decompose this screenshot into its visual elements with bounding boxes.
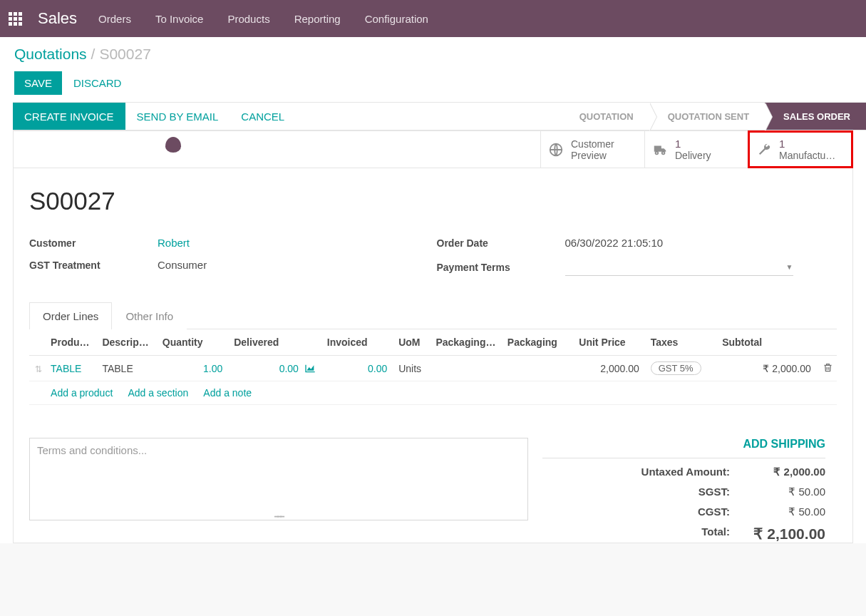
statbox-label: Preview — [571, 150, 614, 161]
total-value: ₹ 2,100.00 — [747, 525, 825, 543]
statbox-label: Delivery — [675, 150, 711, 161]
add-section-link[interactable]: Add a section — [128, 387, 188, 399]
nav-configuration[interactable]: Configuration — [365, 13, 428, 25]
breadcrumb-parent[interactable]: Quotations — [14, 46, 87, 63]
cell-taxes[interactable]: GST 5% — [645, 356, 716, 381]
tax-pill: GST 5% — [651, 361, 701, 375]
order-date-value[interactable]: 06/30/2022 21:05:10 — [565, 237, 664, 249]
customer-label: Customer — [29, 237, 158, 249]
col-subtotal[interactable]: Subtotal — [716, 329, 817, 356]
statbox-delivery[interactable]: 1 Delivery — [644, 131, 748, 168]
cell-packaging-qty[interactable] — [430, 356, 501, 381]
col-uom[interactable]: UoM — [393, 329, 430, 356]
col-description[interactable]: Descripti… — [96, 329, 156, 356]
nav-products[interactable]: Products — [227, 13, 269, 25]
gst-treatment-value[interactable]: Consumer — [158, 259, 207, 271]
breadcrumb: Quotations / S00027 — [0, 37, 866, 67]
save-button[interactable]: SAVE — [14, 71, 62, 95]
col-packaging-qty[interactable]: Packaging … — [430, 329, 501, 356]
trash-icon[interactable] — [823, 364, 833, 375]
add-shipping-button[interactable]: ADD SHIPPING — [542, 438, 825, 458]
customer-value[interactable]: Robert — [158, 237, 190, 249]
nav-to-invoice[interactable]: To Invoice — [155, 13, 204, 25]
send-by-email-button[interactable]: SEND BY EMAIL — [125, 103, 230, 130]
app-brand[interactable]: Sales — [38, 9, 77, 28]
statbox-count: 1 — [675, 138, 711, 150]
create-invoice-button[interactable]: CREATE INVOICE — [13, 103, 125, 130]
cell-uom[interactable]: Units — [393, 356, 430, 381]
payment-terms-select[interactable]: ▼ — [565, 259, 793, 276]
truck-icon — [652, 142, 668, 158]
col-invoiced[interactable]: Invoiced — [321, 329, 393, 356]
payment-terms-label: Payment Terms — [437, 262, 565, 273]
statbox-label: Customer — [571, 138, 614, 150]
step-quotation-sent[interactable]: QUOTATION SENT — [649, 103, 765, 130]
cell-delivered[interactable]: 0.00 — [228, 356, 321, 381]
table-header-row: Produ… Descripti… Quantity Delivered Inv… — [29, 329, 837, 356]
table-row[interactable]: ⇅ TABLE TABLE 1.00 0.00 0.00 Un — [29, 356, 837, 381]
col-unit-price[interactable]: Unit Price — [573, 329, 644, 356]
untaxed-amount-value: ₹ 2,000.00 — [747, 466, 825, 478]
caret-down-icon: ▼ — [786, 263, 793, 271]
cell-product[interactable]: TABLE — [45, 356, 96, 381]
cell-delivered-value: 0.00 — [279, 363, 299, 374]
untaxed-amount-label: Untaxed Amount: — [641, 466, 730, 478]
step-quotation[interactable]: QUOTATION — [561, 103, 649, 130]
col-quantity[interactable]: Quantity — [157, 329, 228, 356]
cell-packaging[interactable] — [502, 356, 573, 381]
statbox-count: 1 — [779, 138, 835, 150]
form-sheet: Customer Preview 1 Delivery — [13, 130, 853, 543]
terms-placeholder: Terms and conditions... — [37, 444, 147, 456]
cgst-value: ₹ 50.00 — [747, 505, 825, 518]
status-steps: QUOTATION QUOTATION SENT SALES ORDER — [561, 103, 866, 130]
breadcrumb-separator: / — [91, 46, 96, 63]
col-delivered[interactable]: Delivered — [228, 329, 321, 356]
add-links-row: Add a product Add a section Add a note — [29, 381, 837, 405]
total-label: Total: — [701, 525, 730, 543]
add-note-link[interactable]: Add a note — [203, 387, 252, 399]
nav-reporting[interactable]: Reporting — [294, 13, 341, 25]
tab-order-lines[interactable]: Order Lines — [29, 302, 112, 329]
col-packaging[interactable]: Packaging — [502, 329, 573, 356]
order-lines-table: Produ… Descripti… Quantity Delivered Inv… — [29, 329, 837, 405]
order-date-label: Order Date — [437, 237, 565, 249]
add-product-link[interactable]: Add a product — [51, 387, 113, 399]
sgst-label: SGST: — [699, 486, 730, 498]
svg-point-1 — [656, 151, 659, 154]
discard-button[interactable]: DISCARD — [73, 77, 122, 89]
terms-and-conditions-input[interactable]: Terms and conditions... ━━━ — [29, 438, 528, 520]
cgst-label: CGST: — [698, 505, 730, 518]
statbox-label: Manufactu… — [779, 150, 835, 161]
record-title: S00027 — [29, 187, 837, 215]
statbox-customer-preview[interactable]: Customer Preview — [540, 131, 644, 168]
cell-description[interactable]: TABLE — [96, 356, 156, 381]
cell-unit-price[interactable]: 2,000.00 — [573, 356, 644, 381]
gst-treatment-label: GST Treatment — [29, 260, 158, 271]
cell-quantity[interactable]: 1.00 — [157, 356, 228, 381]
drag-handle-icon[interactable]: ⇅ — [35, 364, 42, 374]
wrench-icon — [756, 142, 772, 158]
cancel-button[interactable]: CANCEL — [230, 103, 296, 130]
action-bar: CREATE INVOICE SEND BY EMAIL CANCEL QUOT… — [13, 102, 866, 130]
apps-icon[interactable] — [9, 12, 22, 26]
globe-icon — [548, 142, 564, 158]
col-taxes[interactable]: Taxes — [645, 329, 716, 356]
area-chart-icon[interactable] — [304, 363, 316, 374]
col-product[interactable]: Produ… — [45, 329, 96, 356]
top-navbar: Sales Orders To Invoice Products Reporti… — [0, 0, 866, 37]
cell-invoiced[interactable]: 0.00 — [321, 356, 393, 381]
resize-handle-icon[interactable]: ━━━ — [274, 513, 283, 520]
nav-orders[interactable]: Orders — [98, 13, 131, 25]
breadcrumb-current: S00027 — [99, 46, 150, 63]
svg-point-2 — [662, 151, 665, 154]
cell-subtotal: ₹ 2,000.00 — [716, 356, 817, 381]
tabs: Order Lines Other Info — [29, 302, 837, 329]
sgst-value: ₹ 50.00 — [747, 486, 825, 498]
step-sales-order[interactable]: SALES ORDER — [765, 103, 866, 130]
statbox-manufacturing[interactable]: 1 Manufactu… — [748, 131, 852, 168]
tab-other-info[interactable]: Other Info — [112, 302, 187, 329]
